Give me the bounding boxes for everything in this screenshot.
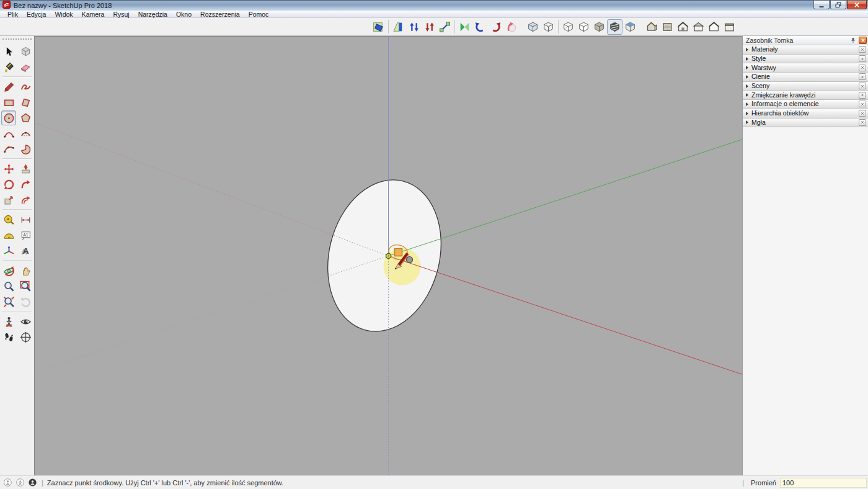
- scale-tool-button[interactable]: [1, 192, 16, 207]
- select-tool-button[interactable]: [1, 44, 16, 59]
- view-front-button[interactable]: [675, 19, 691, 35]
- undo-curve-button[interactable]: [472, 19, 488, 35]
- zoom-tool-button[interactable]: [1, 279, 16, 294]
- modeling-canvas[interactable]: [34, 36, 742, 475]
- minimize-button[interactable]: [813, 1, 830, 9]
- redo-curve-button[interactable]: [488, 19, 503, 35]
- zoom-window-tool-button[interactable]: [18, 279, 33, 294]
- tray-close-button[interactable]: [859, 37, 867, 44]
- menu-item-1[interactable]: Edycja: [22, 11, 51, 18]
- face-style-back-edges-button[interactable]: [560, 19, 576, 35]
- panel-close-button[interactable]: [859, 92, 866, 99]
- expand-arrow-icon[interactable]: [746, 93, 748, 97]
- menu-item-2[interactable]: Widok: [50, 11, 77, 18]
- axes-tool-button[interactable]: [1, 243, 16, 258]
- offset-tool-button[interactable]: [18, 192, 33, 207]
- drape-button[interactable]: [422, 19, 437, 35]
- panel-close-button[interactable]: [859, 55, 866, 62]
- face-style-shaded-button[interactable]: [591, 19, 607, 35]
- arc-tool-button[interactable]: [1, 126, 16, 141]
- panel-close-button[interactable]: [859, 101, 866, 107]
- push-pull-tool-button[interactable]: [18, 161, 33, 176]
- menu-item-7[interactable]: Rozszerzenia: [196, 11, 244, 18]
- panel-close-button[interactable]: [859, 46, 866, 53]
- panel-close-button[interactable]: [859, 73, 866, 80]
- move-tool-button[interactable]: [1, 161, 16, 176]
- menu-item-6[interactable]: Okno: [172, 11, 196, 18]
- expand-arrow-icon[interactable]: [746, 84, 748, 88]
- panel-close-button[interactable]: [859, 110, 866, 117]
- tray-panel-bar-2[interactable]: Warstwy: [743, 63, 868, 73]
- tray-panel-bar-8[interactable]: Mgła: [743, 119, 868, 128]
- tray-panel-bar-3[interactable]: Cienie: [743, 73, 868, 82]
- terrain-from-contours-button[interactable]: [371, 19, 386, 35]
- view-iso-button[interactable]: [644, 19, 660, 35]
- sign-in-button[interactable]: [27, 477, 38, 488]
- geolocation-button[interactable]: [2, 477, 13, 488]
- follow-me-tool-button[interactable]: [18, 177, 33, 192]
- pan-tool-button[interactable]: [18, 263, 33, 278]
- panel-close-button[interactable]: [859, 119, 866, 126]
- look-around-tool-button[interactable]: [18, 314, 33, 329]
- rotated-protractor-button[interactable]: [503, 19, 519, 35]
- radius-input[interactable]: [780, 478, 867, 488]
- face-style-shaded-textures-button[interactable]: [607, 19, 622, 35]
- tray-panel-bar-4[interactable]: Sceny: [743, 82, 868, 91]
- claim-credit-button[interactable]: [15, 477, 25, 488]
- palette-grip-handle[interactable]: [2, 38, 32, 42]
- pie-tool-button[interactable]: [18, 141, 33, 156]
- eraser-tool-button[interactable]: [18, 60, 33, 74]
- previous-view-tool-button[interactable]: [18, 294, 33, 309]
- view-top-button[interactable]: [660, 19, 675, 35]
- panel-close-button[interactable]: [859, 83, 866, 89]
- expand-arrow-icon[interactable]: [746, 102, 748, 106]
- restore-button[interactable]: [830, 1, 846, 9]
- three-d-text-tool-button[interactable]: AA: [18, 243, 33, 258]
- panel-close-button[interactable]: [859, 65, 866, 71]
- menu-item-5[interactable]: Narzędzia: [134, 11, 172, 18]
- menu-item-4[interactable]: Rysuj: [108, 11, 133, 18]
- close-button[interactable]: [847, 1, 867, 9]
- polygon-tool-button[interactable]: [18, 110, 33, 125]
- rectangle-tool-button[interactable]: [1, 95, 16, 110]
- view-right-button[interactable]: [691, 19, 706, 35]
- make-component-tool-button[interactable]: [18, 44, 33, 59]
- drawing-viewport[interactable]: [35, 37, 742, 475]
- expand-arrow-icon[interactable]: [746, 66, 748, 70]
- expand-arrow-icon[interactable]: [746, 112, 748, 115]
- line-tool-button[interactable]: [1, 79, 16, 94]
- protractor-tool-button[interactable]: [1, 228, 16, 243]
- section-plane-tool-button[interactable]: [18, 330, 33, 344]
- view-left-button[interactable]: [722, 19, 737, 35]
- flip-edge-button[interactable]: [457, 19, 472, 35]
- tray-panel-bar-6[interactable]: Informacje o elemencie: [743, 100, 868, 109]
- dimension-tool-button[interactable]: [18, 212, 33, 227]
- freehand-tool-button[interactable]: [18, 79, 33, 94]
- orbit-tool-button[interactable]: [1, 263, 16, 278]
- face-style-monochrome-button[interactable]: [622, 19, 638, 35]
- tray-panel-bar-1[interactable]: Style: [743, 55, 868, 64]
- expand-arrow-icon[interactable]: [746, 75, 748, 79]
- menu-item-3[interactable]: Kamera: [78, 11, 109, 18]
- smoove-button[interactable]: [406, 19, 422, 35]
- tray-panel-bar-0[interactable]: Materiały: [743, 45, 868, 55]
- paint-bucket-tool-button[interactable]: [1, 60, 16, 74]
- tape-measure-tool-button[interactable]: [1, 212, 16, 227]
- expand-arrow-icon[interactable]: [746, 48, 748, 52]
- expand-arrow-icon[interactable]: [746, 57, 748, 61]
- tray-panel-bar-7[interactable]: Hierarchia obiektów: [743, 109, 868, 119]
- terrain-from-scratch-button[interactable]: [391, 19, 406, 35]
- face-style-xray-button[interactable]: [525, 19, 541, 35]
- rotate-tool-button[interactable]: [1, 177, 16, 192]
- position-camera-tool-button[interactable]: [1, 314, 16, 329]
- stamp-detail-button[interactable]: [437, 19, 453, 35]
- face-style-wireframe-button[interactable]: [541, 19, 556, 35]
- tray-pin-button[interactable]: [849, 37, 857, 44]
- rotated-rectangle-tool-button[interactable]: [18, 95, 33, 110]
- face-style-hidden-line-button[interactable]: [576, 19, 591, 35]
- tray-panel-bar-5[interactable]: Zmiękczanie krawędzi: [743, 91, 868, 100]
- expand-arrow-icon[interactable]: [746, 120, 748, 124]
- three-point-arc-tool-button[interactable]: [1, 141, 16, 156]
- menu-item-8[interactable]: Pomoc: [244, 11, 273, 18]
- circle-tool-button[interactable]: [1, 110, 16, 125]
